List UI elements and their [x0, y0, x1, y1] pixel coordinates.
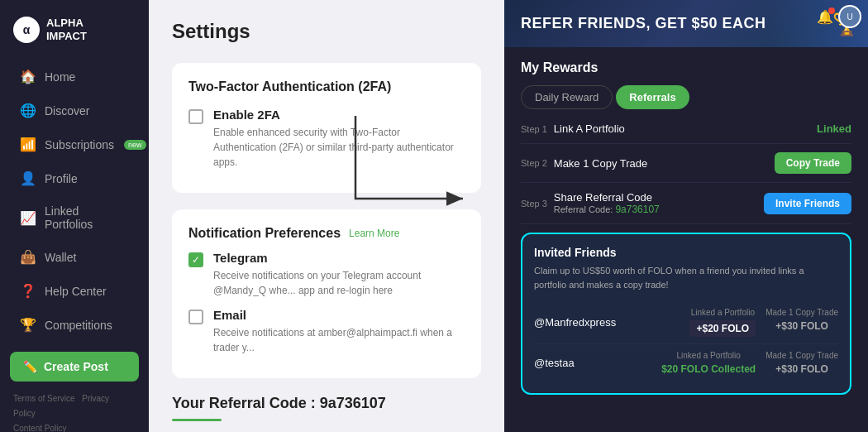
- sidebar-item-label: Subscriptions: [45, 138, 114, 151]
- friend-1-actions: Linked a Portfolio +$20 FOLO Made 1 Copy…: [689, 308, 838, 337]
- subscriptions-icon: 📶: [20, 137, 36, 152]
- tab-referrals[interactable]: Referrals: [616, 85, 689, 109]
- step-1-status: Linked: [817, 122, 851, 135]
- sidebar-item-label: Profile: [45, 172, 78, 185]
- right-panel: REFER FRIENDS, GET $50 EACH 🏆 🔔 U My Rew…: [504, 0, 868, 432]
- step-2-row: Step 2 Make 1 Copy Trade Copy Trade: [521, 152, 851, 183]
- telegram-row: Telegram Receive notifications on your T…: [188, 251, 465, 298]
- notification-bell[interactable]: 🔔: [817, 9, 833, 25]
- sidebar-item-discover[interactable]: 🌐 Discover: [7, 94, 142, 127]
- sidebar-item-label: Home: [45, 70, 75, 84]
- step-3-desc: Share Referral Code: [554, 191, 660, 204]
- content-link[interactable]: Content Policy: [13, 424, 66, 432]
- sidebar-item-label: Help Center: [45, 285, 107, 298]
- telegram-label: Telegram: [213, 251, 465, 265]
- notif-title: Notification Preferences: [188, 226, 341, 241]
- sidebar-item-label: Wallet: [45, 251, 76, 264]
- sidebar-item-help-center[interactable]: ❓ Help Center: [7, 275, 142, 307]
- referral-code-title: Your Referral Code : 9a736107: [172, 395, 481, 412]
- sidebar-item-wallet[interactable]: 👜 Wallet: [7, 241, 142, 273]
- referral-banner: REFER FRIENDS, GET $50 EACH 🏆 🔔 U: [504, 0, 868, 47]
- step-1-row: Step 1 Link A Portfolio Linked: [521, 122, 851, 144]
- invited-friends-box: Invited Friends Claim up to US$50 worth …: [521, 233, 851, 395]
- friend-1-copy: Made 1 Copy Trade +$30 FOLO: [765, 308, 838, 337]
- friend-1-linked-label: Linked a Portfolio: [689, 308, 756, 317]
- two-fa-title: Two-Factor Authentication (2FA): [188, 79, 465, 94]
- friend-1-copy-val: +$30 FOLO: [765, 320, 838, 332]
- email-checkbox[interactable]: [188, 310, 203, 324]
- enable-2fa-checkbox[interactable]: [188, 109, 203, 124]
- enable-2fa-row: Enable 2FA Enable enhanced security with…: [188, 108, 465, 170]
- notifications-card: Notification Preferences Learn More Tele…: [172, 209, 481, 378]
- enable-2fa-desc: Enable enhanced security with Two-Factor…: [213, 125, 465, 170]
- terms-link[interactable]: Terms of Service: [13, 394, 74, 403]
- friend-2-copy-label: Made 1 Copy Trade: [765, 351, 838, 360]
- step-2-desc: Make 1 Copy Trade: [554, 157, 647, 170]
- step-1-left: Step 1 Link A Portfolio: [521, 122, 625, 135]
- profile-icon: 👤: [20, 170, 36, 186]
- referral-code-value: 9a736107: [615, 204, 659, 215]
- rewards-title: My Rewards: [521, 60, 851, 75]
- telegram-desc: Receive notifications on your Telegram a…: [213, 268, 465, 298]
- friend-row-2: @testaa Linked a Portfolio $20 FOLO Coll…: [534, 344, 838, 382]
- app-name: ALPHA IMPACT: [46, 17, 87, 42]
- invited-friends-desc: Claim up to US$50 worth of FOLO when a f…: [534, 264, 838, 291]
- step-1-desc: Link A Portfolio: [554, 122, 625, 135]
- logo-icon: α: [13, 17, 40, 43]
- friend-2-linked: Linked a Portfolio $20 FOLO Collected: [661, 351, 756, 375]
- email-row: Email Receive notifications at amber@alp…: [188, 308, 465, 355]
- banner-text: REFER FRIENDS, GET $50 EACH: [521, 15, 766, 32]
- help-icon: ❓: [20, 283, 36, 299]
- friend-2-name: @testaa: [534, 357, 575, 369]
- friend-1-copy-label: Made 1 Copy Trade: [765, 308, 838, 317]
- discover-icon: 🌐: [20, 103, 36, 118]
- friend-2-actions: Linked a Portfolio $20 FOLO Collected Ma…: [661, 351, 838, 375]
- create-post-button[interactable]: ✏️ Create Post: [10, 352, 139, 382]
- friend-2-linked-val: $20 FOLO Collected: [661, 363, 756, 375]
- copy-trade-button[interactable]: Copy Trade: [775, 152, 851, 174]
- telegram-checkbox[interactable]: [188, 252, 203, 267]
- new-badge: new: [124, 140, 146, 150]
- linked-portfolios-icon: 📈: [20, 210, 36, 226]
- footer-links: Terms of Service Privacy Policy Content …: [0, 382, 149, 432]
- tab-daily-reward[interactable]: Daily Reward: [521, 85, 613, 109]
- friend-1-name: @Manfredxpress: [534, 316, 616, 329]
- rewards-panel: My Rewards Daily Reward Referrals Step 1…: [504, 47, 868, 408]
- step-2-num: Step 2: [521, 158, 547, 168]
- sidebar-item-linked-portfolios[interactable]: 📈 Linked Portfolios: [7, 196, 142, 239]
- sidebar: α ALPHA IMPACT 🏠 Home 🌐 Discover 📶 Subsc…: [0, 0, 149, 432]
- sidebar-item-subscriptions[interactable]: 📶 Subscriptions new: [7, 128, 142, 161]
- friend-2-copy: Made 1 Copy Trade +$30 FOLO: [765, 351, 838, 375]
- friend-2-linked-label: Linked a Portfolio: [661, 351, 756, 360]
- two-fa-card: Two-Factor Authentication (2FA) Enable 2…: [172, 63, 481, 193]
- sidebar-item-competitions[interactable]: 🏆 Competitions: [7, 309, 142, 341]
- sidebar-item-home[interactable]: 🏠 Home: [7, 60, 142, 93]
- page-title: Settings: [172, 20, 481, 43]
- email-desc: Receive notifications at amber@alphaimpa…: [213, 325, 465, 355]
- step-3-num: Step 3: [521, 199, 547, 209]
- learn-more-link[interactable]: Learn More: [349, 228, 399, 239]
- step-2-left: Step 2 Make 1 Copy Trade: [521, 157, 647, 170]
- wallet-icon: 👜: [20, 249, 36, 265]
- sidebar-item-profile[interactable]: 👤 Profile: [7, 162, 142, 194]
- invited-friends-title: Invited Friends: [534, 246, 838, 259]
- referral-code-section: Your Referral Code : 9a736107: [172, 395, 481, 421]
- friend-2-copy-val: +$30 FOLO: [765, 363, 838, 375]
- friend-1-linked: Linked a Portfolio +$20 FOLO: [689, 308, 756, 337]
- invite-friends-button[interactable]: Invite Friends: [764, 193, 851, 214]
- step-1-num: Step 1: [521, 124, 547, 134]
- enable-2fa-label: Enable 2FA: [213, 108, 465, 122]
- top-bar: 🔔 U: [817, 5, 861, 28]
- sidebar-item-label: Discover: [45, 104, 89, 118]
- friend-1-linked-val: +$20 FOLO: [689, 320, 756, 337]
- step-3-left: Step 3 Share Referral Code Referral Code…: [521, 191, 660, 215]
- logo-area: α ALPHA IMPACT: [0, 10, 149, 60]
- user-avatar[interactable]: U: [838, 5, 861, 28]
- competitions-icon: 🏆: [20, 317, 36, 333]
- email-label: Email: [213, 308, 465, 322]
- friend-row-1: @Manfredxpress Linked a Portfolio +$20 F…: [534, 301, 838, 344]
- create-post-icon: ✏️: [23, 360, 37, 373]
- main-settings: Settings Two-Factor Authentication (2FA)…: [149, 0, 504, 432]
- rewards-tabs: Daily Reward Referrals: [521, 85, 851, 109]
- sidebar-item-label: Linked Portfolios: [45, 204, 129, 231]
